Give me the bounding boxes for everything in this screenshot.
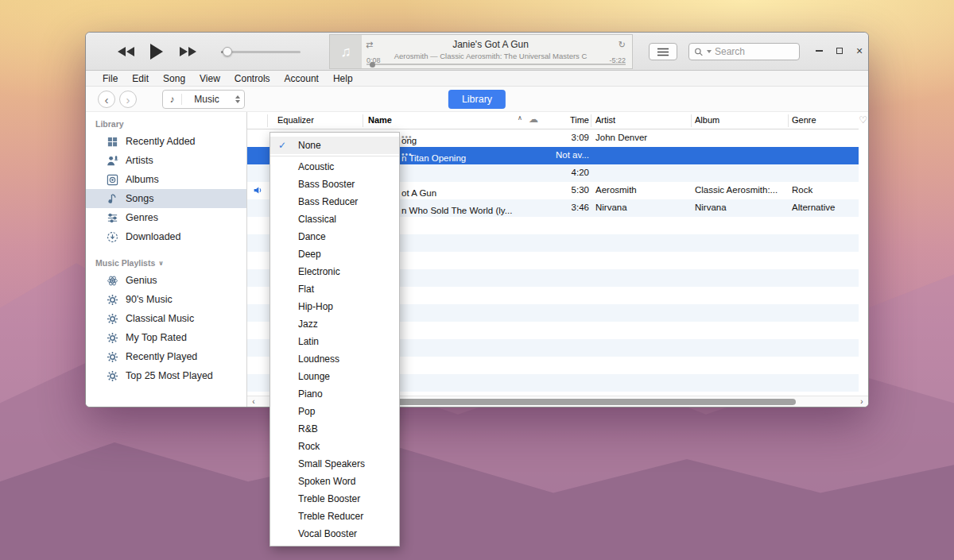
equalizer-option-jazz[interactable]: Jazz bbox=[270, 315, 399, 333]
volume-slider-track[interactable] bbox=[221, 51, 301, 53]
song-name-cell: ong••• bbox=[401, 133, 413, 141]
equalizer-option-piano[interactable]: Piano bbox=[270, 385, 399, 403]
equalizer-option-treble-reducer[interactable]: Treble Reducer bbox=[270, 508, 399, 525]
equalizer-option-none[interactable]: ✓None bbox=[270, 137, 399, 154]
column-header-genre[interactable]: Genre bbox=[792, 115, 816, 125]
media-selector-label: Music bbox=[182, 94, 231, 105]
scrollbar-thumb[interactable] bbox=[343, 399, 796, 405]
equalizer-option-small-speakers[interactable]: Small Speakers bbox=[270, 455, 399, 473]
forward-button[interactable] bbox=[179, 46, 196, 57]
media-type-selector[interactable]: ♪ Music bbox=[162, 90, 245, 109]
back-button[interactable]: ‹ bbox=[98, 91, 115, 108]
equalizer-option-label: Piano bbox=[298, 388, 323, 400]
equalizer-option-label: Hip-Hop bbox=[298, 301, 333, 312]
menu-file[interactable]: File bbox=[95, 73, 125, 84]
sidebar-item-top-25-most-played[interactable]: Top 25 Most Played bbox=[86, 366, 246, 385]
menu-edit[interactable]: Edit bbox=[125, 73, 156, 84]
up-next-button[interactable] bbox=[649, 43, 677, 60]
note-icon bbox=[107, 193, 118, 205]
minimize-icon bbox=[816, 50, 823, 52]
sidebar-item-label: Recently Added bbox=[126, 136, 196, 147]
equalizer-option-lounge[interactable]: Lounge bbox=[270, 368, 399, 385]
equalizer-option-bass-reducer[interactable]: Bass Reducer bbox=[270, 193, 399, 210]
menu-help[interactable]: Help bbox=[326, 73, 360, 84]
minimize-button[interactable] bbox=[812, 44, 826, 58]
sidebar-item-my-top-rated[interactable]: My Top Rated bbox=[86, 328, 246, 347]
equalizer-option-electronic[interactable]: Electronic bbox=[270, 263, 399, 280]
search-input[interactable] bbox=[715, 46, 794, 57]
equalizer-option-dance[interactable]: Dance bbox=[270, 228, 399, 245]
now-playing-lcd: ♫ ⇄ ↻ Janie's Got A Gun Aerosmith — Clas… bbox=[329, 34, 633, 69]
sidebar-item-classical-music[interactable]: Classical Music bbox=[86, 309, 246, 328]
play-button[interactable] bbox=[149, 43, 164, 60]
sidebar-item-label: Genres bbox=[126, 212, 158, 223]
equalizer-option-pop[interactable]: Pop bbox=[270, 403, 399, 420]
forward-nav-button[interactable]: › bbox=[119, 91, 137, 108]
equalizer-option-latin[interactable]: Latin bbox=[270, 333, 399, 350]
menu-separator bbox=[270, 156, 399, 156]
itunes-window: ♫ ⇄ ↻ Janie's Got A Gun Aerosmith — Clas… bbox=[85, 32, 869, 407]
chevron-down-icon: ∨ bbox=[158, 260, 164, 267]
menu-controls[interactable]: Controls bbox=[227, 73, 277, 84]
equalizer-option-acoustic[interactable]: Acoustic bbox=[270, 158, 399, 176]
album-art-placeholder: ♫ bbox=[330, 35, 362, 68]
search-box[interactable] bbox=[688, 43, 800, 60]
column-header-artist[interactable]: Artist bbox=[595, 115, 615, 125]
equalizer-option-spoken-word[interactable]: Spoken Word bbox=[270, 473, 399, 490]
equalizer-option-label: Bass Reducer bbox=[298, 196, 358, 207]
sidebar-item-90-s-music[interactable]: 90's Music bbox=[86, 290, 246, 309]
sidebar-playlists-header[interactable]: Music Playlists ∨ bbox=[86, 256, 246, 271]
column-header-time[interactable]: Time bbox=[510, 115, 589, 125]
equalizer-option-r-b[interactable]: R&B bbox=[270, 420, 399, 438]
sidebar-playlists-list: Genius90's MusicClassical MusicMy Top Ra… bbox=[86, 271, 246, 385]
library-tab[interactable]: Library bbox=[448, 90, 506, 109]
scroll-left-arrow[interactable]: ‹ bbox=[249, 397, 258, 407]
equalizer-option-classical[interactable]: Classical bbox=[270, 210, 399, 228]
equalizer-option-treble-booster[interactable]: Treble Booster bbox=[270, 490, 399, 508]
download-icon bbox=[107, 231, 118, 243]
scroll-right-arrow[interactable]: › bbox=[857, 397, 867, 407]
close-button[interactable]: × bbox=[852, 44, 867, 58]
sidebar-item-artists[interactable]: Artists bbox=[86, 151, 246, 170]
equalizer-option-bass-booster[interactable]: Bass Booster bbox=[270, 176, 399, 193]
maximize-button[interactable] bbox=[832, 44, 847, 58]
column-header-album[interactable]: Album bbox=[695, 115, 719, 125]
song-album: Classic Aerosmith:... bbox=[695, 185, 778, 195]
repeat-icon[interactable]: ↻ bbox=[619, 40, 626, 50]
equalizer-option-flat[interactable]: Flat bbox=[270, 280, 399, 298]
sidebar-item-label: Albums bbox=[126, 174, 159, 185]
sidebar-item-label: Genius bbox=[126, 275, 157, 286]
column-header-name[interactable]: Name bbox=[368, 115, 392, 125]
sidebar-item-recently-added[interactable]: Recently Added bbox=[86, 132, 246, 151]
menu-song[interactable]: Song bbox=[156, 73, 192, 84]
song-artist: Aerosmith bbox=[595, 185, 637, 195]
sidebar-item-albums[interactable]: Albums bbox=[86, 170, 246, 189]
progress-knob[interactable] bbox=[370, 62, 375, 68]
sidebar-item-label: 90's Music bbox=[126, 294, 173, 305]
equalizer-option-loudness[interactable]: Loudness bbox=[270, 350, 399, 368]
sidebar-item-genius[interactable]: Genius bbox=[86, 271, 246, 290]
equalizer-option-hip-hop[interactable]: Hip-Hop bbox=[270, 298, 399, 315]
sidebar-item-songs[interactable]: Songs bbox=[86, 189, 246, 208]
song-time: 5:30 bbox=[510, 185, 589, 195]
song-artist: John Denver bbox=[595, 133, 647, 142]
equalizer-option-vocal-booster[interactable]: Vocal Booster bbox=[270, 525, 399, 543]
menu-account[interactable]: Account bbox=[277, 73, 326, 84]
sidebar-item-genres[interactable]: Genres bbox=[86, 208, 246, 227]
sidebar-library-header: Library bbox=[86, 117, 246, 132]
sidebar-item-label: Top 25 Most Played bbox=[126, 370, 213, 381]
volume-slider-knob[interactable] bbox=[223, 47, 232, 56]
progress-bar[interactable] bbox=[366, 64, 626, 65]
search-options-chevron-icon[interactable] bbox=[707, 50, 712, 53]
sidebar-item-recently-played[interactable]: Recently Played bbox=[86, 347, 246, 366]
equalizer-option-deep[interactable]: Deep bbox=[270, 245, 399, 263]
window-body: Library Recently AddedArtistsAlbumsSongs… bbox=[86, 112, 868, 407]
equalizer-option-rock[interactable]: Rock bbox=[270, 438, 399, 455]
sidebar-item-label: Songs bbox=[126, 193, 153, 204]
table-header: Equalizer Name ∧ ☁ Time Artist Album Gen… bbox=[247, 112, 859, 129]
column-header-equalizer[interactable]: Equalizer bbox=[277, 115, 314, 125]
menu-view[interactable]: View bbox=[192, 73, 227, 84]
sidebar-item-downloaded[interactable]: Downloaded bbox=[86, 227, 246, 246]
rewind-button[interactable] bbox=[118, 46, 135, 57]
equalizer-option-label: Electronic bbox=[298, 266, 340, 277]
